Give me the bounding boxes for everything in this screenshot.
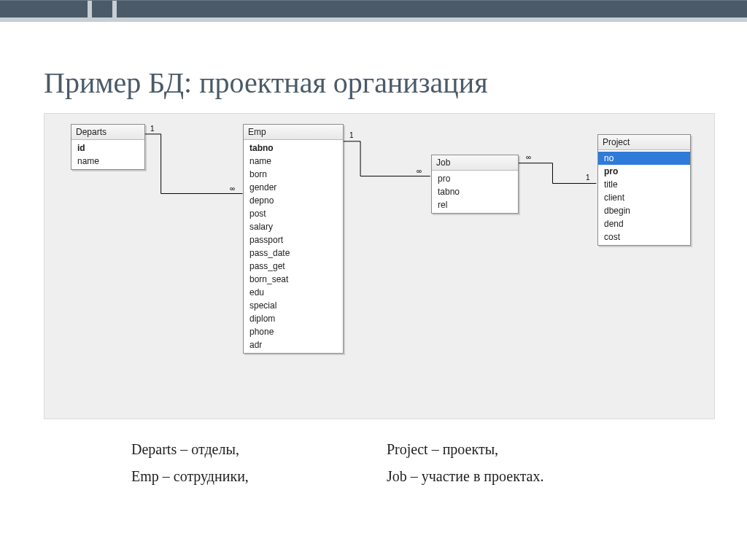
rel-label-a: 1 <box>150 125 155 133</box>
field-item[interactable]: name <box>71 155 144 168</box>
field-item[interactable]: cost <box>598 230 690 244</box>
table-emp[interactable]: Emp tabnonameborngenderdepnopostsalarypa… <box>243 124 344 354</box>
field-list: protabnorel <box>432 171 518 213</box>
field-list: idname <box>71 140 144 169</box>
rel-label-a: 1 <box>349 131 354 139</box>
field-item[interactable]: depno <box>244 194 343 207</box>
table-header: Emp <box>244 125 343 140</box>
rel-label-b: ∞ <box>230 184 235 192</box>
legend-item: Emp – сотрудники, <box>131 468 321 485</box>
field-item[interactable]: adr <box>244 338 343 351</box>
slide-top-bar <box>0 0 747 22</box>
rel-label-b: ∞ <box>417 167 422 175</box>
field-item[interactable]: gender <box>244 181 343 194</box>
field-item[interactable]: dbegin <box>598 204 690 217</box>
rel-label-b: 1 <box>586 174 590 182</box>
field-item[interactable]: tabno <box>432 185 518 198</box>
field-item[interactable]: title <box>598 178 690 191</box>
legend-item: Project – проекты, <box>387 441 576 458</box>
table-project[interactable]: Project noprotitleclientdbegindendcost <box>597 134 691 246</box>
field-item[interactable]: passport <box>244 233 343 246</box>
legend-row: Departs – отделы, Project – проекты, <box>131 441 747 458</box>
field-item[interactable]: born <box>244 168 343 181</box>
field-item[interactable]: rel <box>432 198 518 211</box>
table-header: Job <box>432 155 518 171</box>
field-item[interactable]: dend <box>598 217 690 230</box>
table-departs[interactable]: Departs idname <box>71 124 145 170</box>
field-list: noprotitleclientdbegindendcost <box>598 150 690 245</box>
field-item[interactable]: pass_get <box>244 260 343 273</box>
legend: Departs – отделы, Project – проекты, Emp… <box>131 441 747 485</box>
table-header: Project <box>598 135 690 150</box>
field-item[interactable]: id <box>71 141 144 155</box>
legend-row: Emp – сотрудники, Job – участие в проект… <box>131 468 747 485</box>
seg <box>88 1 92 18</box>
field-item[interactable]: name <box>244 155 343 168</box>
legend-item: Departs – отделы, <box>131 441 321 458</box>
relation-line <box>145 134 243 194</box>
table-header: Departs <box>71 125 144 140</box>
field-item[interactable]: pro <box>432 172 518 185</box>
schema-canvas: 1 ∞ 1 ∞ ∞ 1 Departs idname Emp tabnoname… <box>44 113 715 419</box>
field-item[interactable]: pass_date <box>244 246 343 260</box>
field-item[interactable]: phone <box>244 325 343 338</box>
field-item[interactable]: tabno <box>244 141 343 155</box>
field-item[interactable]: born_seat <box>244 273 343 286</box>
field-item[interactable]: pro <box>598 165 690 178</box>
field-item[interactable]: diplom <box>244 312 343 325</box>
field-item[interactable]: client <box>598 191 690 204</box>
rel-label-a: ∞ <box>526 153 531 161</box>
field-item[interactable]: special <box>244 299 343 312</box>
field-item[interactable]: post <box>244 207 343 220</box>
field-item[interactable]: salary <box>244 220 343 233</box>
legend-item: Job – участие в проектах. <box>387 468 576 485</box>
slide-title: Пример БД: проектная организация <box>44 66 747 100</box>
seg <box>112 1 117 18</box>
field-list: tabnonameborngenderdepnopostsalarypasspo… <box>244 140 343 353</box>
field-item[interactable]: no <box>598 152 690 165</box>
table-job[interactable]: Job protabnorel <box>431 155 519 214</box>
field-item[interactable]: edu <box>244 286 343 299</box>
relation-line <box>518 163 597 184</box>
